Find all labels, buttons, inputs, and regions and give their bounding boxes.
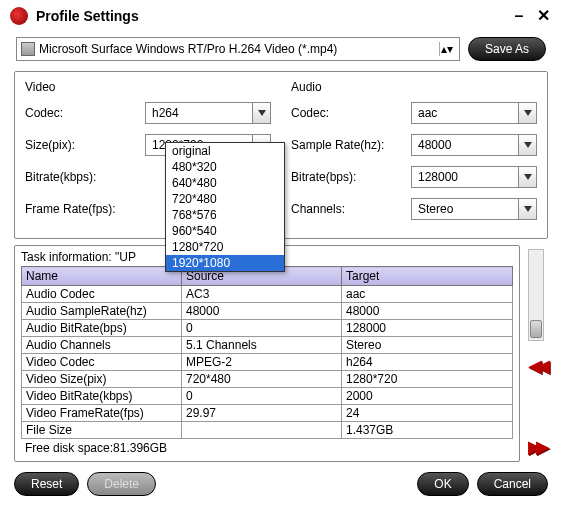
scrollbar[interactable] [528, 249, 544, 341]
chevron-down-icon[interactable] [518, 199, 536, 219]
settings-panel: Video Codec: h264 Size(pix): 1280*720 Bi… [14, 71, 548, 239]
size-option[interactable]: 1920*1080 [166, 255, 284, 271]
video-codec-select[interactable]: h264 [145, 102, 271, 124]
table-row[interactable]: Audio BitRate(bps)0128000 [22, 320, 513, 337]
close-icon[interactable]: ✕ [534, 6, 552, 25]
table-row[interactable]: Video Size(pix)720*4801280*720 [22, 371, 513, 388]
move-down-button[interactable]: ▶▶ [523, 436, 549, 458]
app-logo-icon [10, 7, 28, 25]
table-row[interactable]: File Size1.437GB [22, 422, 513, 439]
chevron-down-icon[interactable] [518, 167, 536, 187]
footer: Reset Delete OK Cancel [0, 462, 562, 506]
table-row[interactable]: Video BitRate(kbps)02000 [22, 388, 513, 405]
size-option[interactable]: 720*480 [166, 191, 284, 207]
task-table: NameSourceTargetAudio CodecAC3aacAudio S… [21, 266, 513, 439]
size-option[interactable]: 640*480 [166, 175, 284, 191]
video-heading: Video [25, 80, 271, 94]
size-option[interactable]: 1280*720 [166, 239, 284, 255]
audio-samplerate-select[interactable]: 48000 [411, 134, 537, 156]
size-option[interactable]: 960*540 [166, 223, 284, 239]
table-row[interactable]: Video FrameRate(fps)29.9724 [22, 405, 513, 422]
profile-format-icon [21, 42, 35, 56]
cancel-button[interactable]: Cancel [477, 472, 548, 496]
double-right-arrow-icon: ▶▶ [528, 436, 544, 458]
delete-button[interactable]: Delete [87, 472, 156, 496]
scrollbar-thumb[interactable] [530, 320, 542, 338]
profile-text: Microsoft Surface Windows RT/Pro H.264 V… [39, 42, 439, 56]
table-header: Name [22, 267, 182, 286]
audio-column: Audio Codec: aac Sample Rate(hz): 48000 … [291, 78, 537, 230]
free-disk-label: Free disk space:81.396GB [21, 439, 517, 457]
audio-codec-label: Codec: [291, 106, 411, 120]
size-option[interactable]: 480*320 [166, 159, 284, 175]
minimize-icon[interactable]: – [510, 7, 528, 25]
size-option[interactable]: 768*576 [166, 207, 284, 223]
titlebar: Profile Settings – ✕ [0, 0, 562, 31]
size-option[interactable]: original [166, 143, 284, 159]
video-codec-label: Codec: [25, 106, 145, 120]
chevron-down-icon[interactable] [518, 135, 536, 155]
video-size-label: Size(pix): [25, 138, 145, 152]
audio-channels-select[interactable]: Stereo [411, 198, 537, 220]
profile-select[interactable]: Microsoft Surface Windows RT/Pro H.264 V… [16, 37, 460, 61]
reset-button[interactable]: Reset [14, 472, 79, 496]
video-framerate-label: Frame Rate(fps): [25, 202, 145, 216]
table-row[interactable]: Audio SampleRate(hz)4800048000 [22, 303, 513, 320]
table-header: Target [342, 267, 513, 286]
audio-bitrate-select[interactable]: 128000 [411, 166, 537, 188]
ok-button[interactable]: OK [417, 472, 468, 496]
chevron-down-icon[interactable] [518, 103, 536, 123]
window-title: Profile Settings [36, 8, 504, 24]
video-size-dropdown[interactable]: original480*320640*480720*480768*576960*… [165, 142, 285, 272]
chevron-updown-icon[interactable]: ▴▾ [439, 42, 455, 56]
audio-bitrate-label: Bitrate(bps): [291, 170, 411, 184]
move-up-button[interactable]: ◀◀ [523, 355, 549, 377]
table-row[interactable]: Audio CodecAC3aac [22, 286, 513, 303]
chevron-down-icon[interactable] [252, 103, 270, 123]
audio-heading: Audio [291, 80, 537, 94]
audio-samplerate-label: Sample Rate(hz): [291, 138, 411, 152]
video-bitrate-label: Bitrate(kbps): [25, 170, 145, 184]
task-info-panel: Task information: "UP NameSourceTargetAu… [14, 245, 520, 462]
audio-channels-label: Channels: [291, 202, 411, 216]
audio-codec-select[interactable]: aac [411, 102, 537, 124]
table-row[interactable]: Audio Channels5.1 ChannelsStereo [22, 337, 513, 354]
table-row[interactable]: Video CodecMPEG-2h264 [22, 354, 513, 371]
save-as-button[interactable]: Save As [468, 37, 546, 61]
double-left-arrow-icon: ◀◀ [528, 355, 544, 377]
